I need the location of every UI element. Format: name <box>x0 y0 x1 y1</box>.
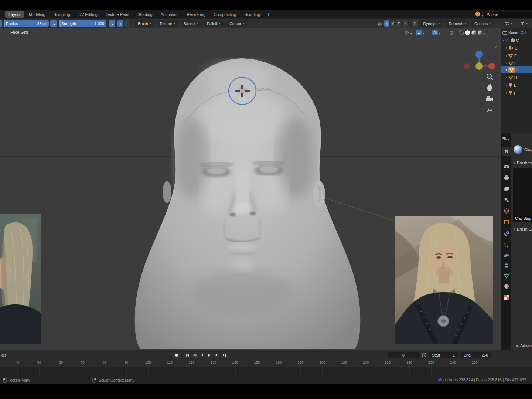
brush-settings-section-header[interactable]: ▼Brush Settings <box>512 227 532 231</box>
tab-scene[interactable] <box>502 195 511 204</box>
stroke-menu[interactable]: Stroke <box>181 20 201 27</box>
tab-scripting[interactable]: Scripting <box>241 11 263 18</box>
tab-compositing[interactable]: Compositing <box>210 11 239 18</box>
brush-add-button[interactable]: + <box>117 20 123 27</box>
brush-menu[interactable]: Brush <box>135 20 154 27</box>
gizmos-toggle[interactable] <box>416 30 424 36</box>
add-workspace-button[interactable]: + <box>265 11 272 18</box>
tab-physics[interactable] <box>502 251 511 260</box>
brush-preview-box[interactable]: Clay Strip <box>513 168 532 222</box>
xray-toggle[interactable] <box>449 30 454 36</box>
brush-remove-button[interactable]: − <box>124 20 129 27</box>
radius-pressure-toggle[interactable] <box>50 20 57 27</box>
tab-rendering[interactable]: Rendering <box>183 11 209 18</box>
navigation-gizmo[interactable] <box>461 38 498 71</box>
mirror-x-toggle[interactable]: X <box>384 20 389 27</box>
pan-hand-icon[interactable] <box>485 83 494 92</box>
outliner-filter-dropdown[interactable] <box>518 20 530 27</box>
timeline-gridline <box>39 367 40 377</box>
zoom-tool-icon[interactable] <box>485 73 494 82</box>
shading-rendered[interactable] <box>478 30 482 35</box>
perspective-grid-icon[interactable] <box>485 106 494 114</box>
jump-to-end-button[interactable] <box>221 352 228 358</box>
keying-set-icon[interactable] <box>422 352 427 358</box>
blender-icon[interactable] <box>475 11 481 18</box>
shading-wireframe[interactable] <box>459 30 464 35</box>
overlays-toggle[interactable] <box>432 30 440 36</box>
tab-object[interactable] <box>502 218 511 226</box>
outliner-object-row[interactable]: C <box>501 45 532 51</box>
pivot-point-dropdown[interactable] <box>404 30 412 36</box>
play-button[interactable] <box>206 352 213 358</box>
sculpt-icon-button[interactable] <box>412 20 418 27</box>
remesh-menu[interactable]: Remesh <box>446 20 468 27</box>
outliner-object-row[interactable]: P <box>501 90 532 96</box>
play-reverse-button[interactable] <box>199 352 205 358</box>
mirror-y-toggle[interactable]: Y <box>390 20 395 27</box>
tab-modeling[interactable]: Modeling <box>25 11 49 18</box>
options-menu[interactable]: Options <box>471 20 494 27</box>
scene-name-field[interactable]: Scene <box>484 12 532 18</box>
tab-world[interactable] <box>502 207 511 215</box>
collection-checkbox[interactable] <box>505 38 509 42</box>
outliner-root-row[interactable]: Scene Col <box>501 29 532 35</box>
frame-end-field[interactable]: End250 <box>460 352 491 358</box>
advanced-section-header[interactable]: ▶Advanced <box>516 343 532 348</box>
gizmo-center <box>475 62 483 70</box>
jump-to-start-button[interactable] <box>184 352 191 358</box>
timeline-gridline <box>214 367 214 377</box>
strength-slider[interactable]: Strength 1.000 <box>59 20 106 27</box>
dyntopo-menu[interactable]: Dyntopo <box>420 20 443 27</box>
current-frame-field[interactable]: 0 <box>387 352 420 358</box>
camera-view-icon[interactable] <box>485 95 494 103</box>
tab-render[interactable] <box>502 162 511 171</box>
light-object-icon <box>508 83 513 88</box>
timeline-track-area[interactable] <box>0 367 532 377</box>
tab-constraints[interactable] <box>502 261 511 270</box>
tab-sculpting[interactable]: Sculpting <box>50 11 74 18</box>
outliner-object-row[interactable]: E <box>501 60 532 66</box>
frame-start-field[interactable]: Start1 <box>429 352 458 358</box>
tab-particles[interactable] <box>502 241 511 249</box>
mirror-options-dropdown[interactable] <box>403 20 408 27</box>
texture-menu[interactable]: Texture <box>157 20 178 27</box>
prev-keyframe-button[interactable] <box>191 352 198 358</box>
tab-object-data[interactable] <box>502 272 511 280</box>
tab-tool[interactable] <box>502 147 511 156</box>
scene-dropdown-icon[interactable] <box>482 11 483 18</box>
tab-texture[interactable] <box>502 293 511 302</box>
tab-uv-editing[interactable]: UV Editing <box>75 11 101 18</box>
shading-material[interactable] <box>471 30 476 35</box>
shading-dropdown[interactable] <box>484 30 485 36</box>
cursor-menu[interactable]: Cursor <box>226 20 247 27</box>
tab-shading[interactable]: Shading <box>134 11 156 18</box>
shading-solid[interactable] <box>465 30 470 35</box>
tab-material[interactable] <box>502 282 511 291</box>
strength-pressure-toggle[interactable] <box>109 20 115 27</box>
active-brush-row[interactable]: Clay <box>514 145 532 154</box>
outliner-collection-row[interactable]: ▾ C <box>501 37 532 43</box>
brushes-section-header[interactable]: ▼Brushes <box>512 161 532 165</box>
strength-label: Strength <box>61 21 76 26</box>
outliner-object-row-selected[interactable]: H <box>501 66 532 73</box>
tab-view-layer[interactable] <box>502 184 511 193</box>
tab-layout[interactable]: Layout <box>5 11 24 18</box>
tab-output[interactable] <box>502 173 511 182</box>
tab-modifiers[interactable] <box>502 229 511 238</box>
outliner-display-mode-dropdown[interactable] <box>502 20 515 27</box>
mirror-z-toggle[interactable]: Z <box>396 20 401 27</box>
tab-animation[interactable]: Animation <box>157 11 182 18</box>
tab-texture-paint[interactable]: Texture Paint <box>102 11 133 18</box>
radius-slider[interactable]: Radius 28 px <box>4 20 49 27</box>
viewport-3d[interactable]: Face Sets <box>0 28 501 350</box>
outliner-object-row[interactable]: H <box>501 74 532 81</box>
timeline-ruler[interactable]: 4050607080901001101201301401501601701801… <box>0 359 532 367</box>
falloff-menu[interactable]: Falloff <box>203 20 224 27</box>
outliner-object-row[interactable]: E <box>501 52 532 59</box>
auto-keying-button[interactable] <box>173 352 180 358</box>
properties-editor-icon[interactable] <box>502 136 509 142</box>
timeline-clipped-menu[interactable]: ker <box>1 353 6 357</box>
face-sets-menu[interactable]: Face Sets <box>10 30 29 34</box>
outliner-object-row[interactable]: L <box>501 82 532 88</box>
next-keyframe-button[interactable] <box>214 352 220 358</box>
